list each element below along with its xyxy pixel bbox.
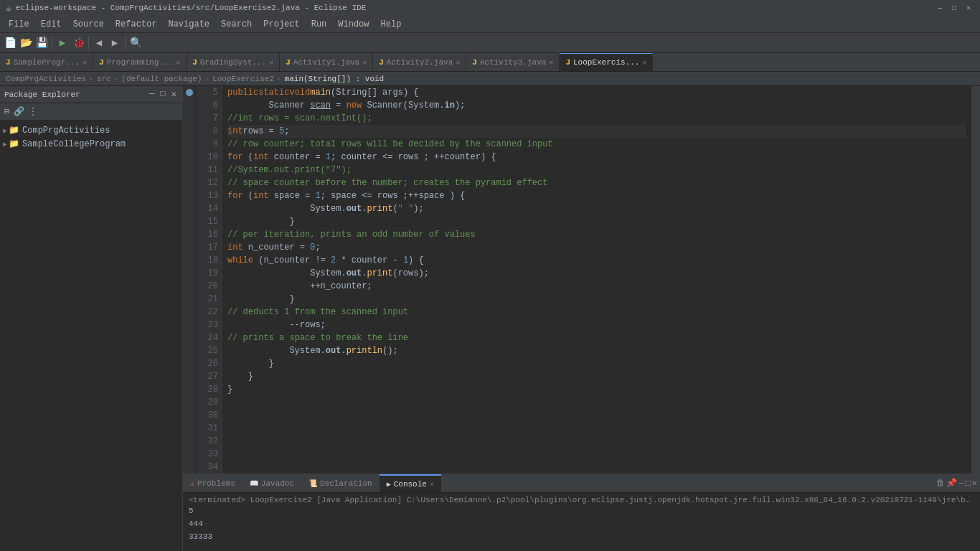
code-content[interactable]: public static void main(String[] args) {…: [222, 86, 971, 474]
console-maximize[interactable]: □: [966, 479, 971, 489]
console-pin[interactable]: 📌: [946, 478, 957, 489]
tab-close-5[interactable]: ✕: [549, 58, 553, 67]
code-line-12: for (int counter = 1; counter <= rows ; …: [227, 151, 966, 164]
console-close[interactable]: ✕: [972, 478, 977, 489]
menu-item-run[interactable]: Run: [306, 18, 333, 31]
tree-label-samplecollegeprogram: SampleCollegeProgram: [22, 139, 126, 149]
tab-close-6[interactable]: ✕: [642, 58, 646, 67]
line-num-22: 22: [199, 306, 218, 319]
window-title: eclipse-workspace - CompPrgActivities/sr…: [16, 4, 934, 12]
console-terminated-line: <terminated> LoopExercise2 [Java Applica…: [189, 496, 974, 504]
line-num-14: 14: [199, 202, 218, 215]
tab-close-3[interactable]: ✕: [362, 58, 367, 67]
menu-item-help[interactable]: Help: [375, 18, 407, 31]
pkg-maximize[interactable]: □: [159, 88, 167, 101]
line-num-31: 31: [199, 422, 218, 435]
menu-item-file[interactable]: File: [3, 18, 35, 31]
tab-close-2[interactable]: ✕: [269, 58, 273, 67]
bc-part-4[interactable]: main(String[]) : void: [285, 75, 385, 83]
toolbar-sep-3: [125, 37, 126, 50]
editor-tab-0[interactable]: JSampleProgr...✕: [0, 53, 93, 71]
close-button[interactable]: ✕: [963, 2, 974, 14]
pkg-collapse[interactable]: ⊟: [3, 105, 11, 118]
tab-icon-0: J: [6, 58, 11, 67]
bc-part-1[interactable]: src: [97, 75, 111, 83]
package-explorer-tree: ▶ 📁 CompPrgActivities ▶ 📁 SampleCollegeP…: [0, 121, 182, 551]
tree-arrow-compprgactivities: ▶: [3, 126, 7, 135]
console-minimize[interactable]: —: [958, 479, 963, 489]
menu-item-search[interactable]: Search: [215, 18, 258, 31]
console-tab-close[interactable]: ✕: [430, 480, 434, 489]
tree-item-compprgactivities[interactable]: ▶ 📁 CompPrgActivities: [0, 123, 182, 137]
pkg-link[interactable]: 🔗: [12, 105, 26, 118]
toolbar-open[interactable]: 📂: [19, 36, 33, 50]
tab-label-5: Activity3.java: [480, 58, 546, 67]
toolbar-save[interactable]: 💾: [34, 36, 49, 50]
bottom-panel-controls: 🗑 📌 — □ ✕: [933, 474, 980, 492]
menu-item-source[interactable]: Source: [67, 18, 110, 31]
tab-close-0[interactable]: ✕: [83, 58, 87, 67]
tab-icon-3: J: [286, 58, 291, 67]
toolbar-search[interactable]: 🔍: [128, 36, 143, 50]
toolbar-back[interactable]: ◀: [92, 36, 106, 50]
tab-label-0: SampleProgr...: [14, 58, 80, 67]
toolbar-new[interactable]: 📄: [3, 36, 17, 50]
pkg-panel-toolbar: ⊟ 🔗 ⋮: [0, 103, 182, 121]
bottom-tab-javadoc[interactable]: 📖Javadoc: [242, 474, 301, 492]
editor-tab-4[interactable]: JActivity2.java✕: [373, 53, 466, 71]
tab-icon-1: J: [99, 58, 104, 67]
toolbar-forward[interactable]: ▶: [108, 36, 122, 50]
bc-sep-1: ▸: [89, 74, 94, 83]
bc-part-0[interactable]: CompPrgActivities: [6, 75, 86, 83]
code-line-29: }: [227, 357, 966, 370]
code-line-28: System.out.println();: [227, 344, 966, 357]
bottom-tab-declaration[interactable]: 📜Declaration: [301, 474, 380, 492]
tab-close-1[interactable]: ✕: [176, 58, 180, 67]
pkg-close[interactable]: ✕: [170, 88, 178, 101]
editor-tab-6[interactable]: JLoopExercis...✕: [560, 53, 653, 71]
tree-item-samplecollegeprogram[interactable]: ▶ 📁 SampleCollegeProgram: [0, 137, 182, 151]
editor-vertical-scrollbar[interactable]: [971, 86, 980, 474]
line-num-24: 24: [199, 331, 218, 344]
minimize-button[interactable]: —: [934, 2, 946, 14]
menu-item-project[interactable]: Project: [258, 18, 305, 31]
bottom-tab-label-0: Problems: [197, 479, 235, 488]
bp-line-5[interactable]: [183, 86, 195, 99]
code-line-23: ++n_counter;: [227, 280, 966, 293]
pkg-menu[interactable]: ⋮: [27, 105, 39, 118]
code-editor[interactable]: 5678910111213141516171819202122232425262…: [183, 86, 980, 474]
code-line-22: System.out.print(rows);: [227, 267, 966, 280]
console-content: <terminated> LoopExercise2 [Java Applica…: [183, 493, 980, 551]
bc-part-2[interactable]: (default package): [121, 75, 202, 83]
tab-close-4[interactable]: ✕: [456, 58, 460, 67]
line-num-15: 15: [199, 215, 218, 228]
bottom-tab-console[interactable]: ▶Console✕: [380, 474, 441, 492]
maximize-button[interactable]: □: [948, 2, 960, 14]
tab-label-6: LoopExercis...: [573, 58, 639, 67]
toolbar: 📄 📂 💾 ▶ 🐞 ◀ ▶ 🔍: [0, 33, 980, 53]
tab-icon-2: J: [192, 58, 197, 67]
code-line-13: //System.out.print("7");: [227, 164, 966, 176]
menu-item-window[interactable]: Window: [332, 18, 374, 31]
editor-tab-1[interactable]: JProgramming...✕: [93, 53, 187, 71]
editor-tab-2[interactable]: JGradingSyst...✕: [187, 53, 280, 71]
bottom-tab-label-3: Console: [394, 480, 427, 489]
menu-item-navigate[interactable]: Navigate: [162, 18, 215, 31]
line-num-30: 30: [199, 409, 218, 422]
editor-tab-5[interactable]: JActivity3.java✕: [466, 53, 560, 71]
toolbar-run[interactable]: ▶: [55, 36, 70, 50]
editor-tab-3[interactable]: JActivity1.java✕: [280, 53, 373, 71]
toolbar-debug[interactable]: 🐞: [71, 36, 85, 50]
menu-item-edit[interactable]: Edit: [35, 18, 67, 31]
code-line-19: // per iteration, prints an odd number o…: [227, 228, 966, 241]
line-num-11: 11: [199, 164, 218, 176]
bc-sep-2: ▸: [114, 74, 119, 83]
line-num-13: 13: [199, 189, 218, 202]
code-line-17: }: [227, 215, 966, 228]
code-line-25: // deducts 1 from the scanned input: [227, 306, 966, 319]
bottom-tab-problems[interactable]: ⚠Problems: [183, 474, 242, 492]
menu-item-refactor[interactable]: Refactor: [110, 18, 163, 31]
pkg-minimize[interactable]: —: [148, 88, 156, 101]
console-clear[interactable]: 🗑: [936, 478, 945, 489]
bc-part-3[interactable]: LoopExercise2: [212, 75, 274, 83]
